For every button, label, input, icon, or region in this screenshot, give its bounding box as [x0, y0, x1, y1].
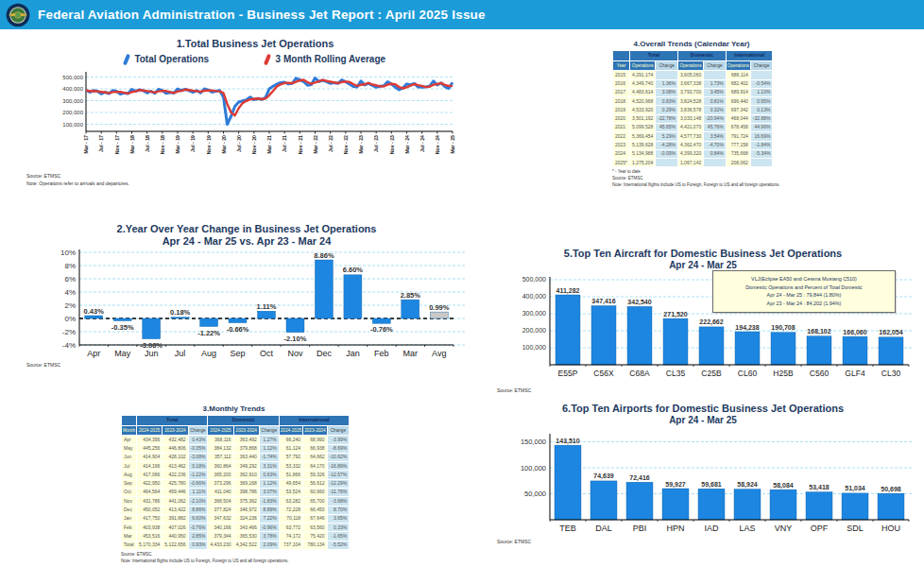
table-cell: 5,139,628 [630, 141, 656, 149]
table-cell: 4,520,968 [630, 97, 656, 106]
category-label: TEB [559, 524, 576, 533]
svg-text:Jul - 24: Jul - 24 [419, 135, 425, 152]
column-header: 2023-2024 [233, 426, 259, 436]
svg-text:400,000: 400,000 [62, 86, 83, 92]
table-cell: 1.12% [259, 444, 279, 453]
table-cell: May [122, 444, 137, 453]
category-label: Mar [403, 349, 419, 358]
legend-rolling-average: 3 Month Rolling Average [265, 54, 385, 65]
category-label: CL30 [881, 369, 901, 378]
table-cell: Oct [122, 488, 137, 496]
bar [843, 336, 867, 365]
category-label: Jan [346, 349, 360, 358]
category-label: CL35 [666, 369, 686, 378]
column-header: Month [122, 426, 137, 436]
bar-value-label: 190,708 [771, 324, 795, 332]
bar [402, 300, 419, 318]
bar-value-label: 59,681 [701, 481, 722, 489]
svg-text:Mar - 20: Mar - 20 [221, 135, 227, 154]
bar-value-label: 166,060 [843, 329, 866, 336]
table-cell: 75,420 [303, 532, 327, 541]
svg-text:6%: 6% [64, 275, 76, 284]
monthly-trends-table: TotalDomesticInternationalMonth2024-2025… [121, 415, 350, 550]
table-cell: 0.29% [656, 106, 678, 114]
table-cell: 3,793,700 [677, 88, 703, 96]
group-header: International [279, 416, 349, 426]
table-cell: 422,236 [163, 471, 188, 479]
svg-text:Mar - 21: Mar - 21 [266, 135, 272, 154]
table-cell: 7.22% [259, 514, 279, 523]
bar [430, 312, 448, 318]
table-cell: 0.13% [750, 106, 773, 114]
table-cell: 64,662 [303, 453, 327, 461]
bar-value-label: 72,416 [629, 474, 650, 482]
bar-value-label: 143,510 [556, 438, 579, 445]
category-label: HOU [881, 524, 900, 533]
category-label: Jun [145, 349, 159, 358]
table-cell: 379,344 [208, 532, 233, 541]
table-cell: 459,446 [163, 488, 188, 496]
category-label: C25B [701, 369, 722, 378]
table-row: Total5,170,3345,122,6560.93%4,433,2304,3… [122, 541, 350, 549]
table3-footnotes: Source: ETMSC Note: International flight… [121, 552, 347, 565]
table-cell: 63,282 [279, 497, 302, 506]
table4-title: 4.Overall Trends (Calendar Year) [612, 40, 771, 48]
column-header: 2024-2025 [137, 426, 163, 436]
table-cell: -12.57% [327, 471, 350, 479]
category-label: IAD [704, 524, 719, 533]
table-cell: 696,440 [726, 97, 750, 106]
table-cell: 0.18% [188, 462, 208, 471]
table-cell: -0.96% [259, 524, 279, 532]
svg-text:Mar - 24: Mar - 24 [404, 135, 410, 154]
table-cell [750, 159, 773, 167]
bar [556, 295, 580, 365]
table-cell: Total [122, 541, 137, 549]
table-cell: 8.86% [188, 506, 208, 514]
category-label: Oct [260, 349, 274, 358]
table-cell: 3.45% [704, 88, 727, 96]
category-label: Nov [287, 349, 303, 358]
table-cell: 3.07% [259, 488, 279, 496]
category-label: C56X [593, 369, 614, 378]
category-label: E55P [558, 369, 578, 378]
bar-value-label: 0.18% [170, 308, 191, 317]
chart1-footnote: Source: ETMSC Note: Operations refer to … [26, 172, 129, 187]
table-cell: 2017 [613, 88, 630, 96]
svg-text:Jul - 18: Jul - 18 [145, 135, 150, 152]
table-cell: 347,632 [208, 514, 233, 523]
table-cell: 417,750 [137, 514, 163, 523]
bar-value-label: 347,416 [591, 298, 615, 305]
chart-top-aircraft: 5.Top Ten Aircraft for Domestic Business… [489, 248, 916, 393]
table-cell: 413,422 [163, 506, 188, 514]
table-cell: 422,950 [137, 479, 163, 488]
svg-text:Mar - 19: Mar - 19 [175, 135, 180, 154]
table-cell: Jan [122, 514, 137, 523]
table-cell: 45.76% [704, 123, 727, 131]
table-cell: 2018 [613, 97, 630, 106]
svg-text:Jul - 17: Jul - 17 [98, 135, 104, 152]
table-cell: -3.99% [327, 436, 350, 444]
bar-value-label: -1.22% [197, 329, 220, 337]
category-label: SDL [847, 524, 864, 533]
svg-text:Nov - 17: Nov - 17 [114, 135, 120, 154]
table-cell: 450,052 [137, 506, 163, 514]
table-cell: Apr [122, 436, 137, 444]
column-header: Change [259, 426, 279, 436]
table-cell: 689,914 [726, 88, 750, 96]
category-label: Dec [317, 349, 333, 358]
table-cell: 2021 [613, 123, 630, 131]
table-cell: 0.33% [327, 524, 350, 532]
column-header: Operations [630, 61, 656, 71]
svg-text:2%: 2% [64, 301, 76, 310]
table-cell: 4,533,920 [630, 106, 656, 114]
table-cell: 4,433,230 [208, 541, 233, 549]
bar-value-label: 58,924 [737, 481, 758, 489]
svg-text:Mar - 25: Mar - 25 [450, 135, 455, 154]
column-header: Operations [726, 61, 750, 71]
bar-chart-canvas: 50,000100,000150,000143,510TEB74,639DAL7… [489, 425, 916, 542]
chart2-subtitle: Apr 24 - Mar 25 vs. Apr 23 - Mar 24 [21, 235, 472, 248]
table-cell: 64,170 [303, 462, 327, 471]
table-cell: 373,296 [208, 479, 233, 488]
table-row: 20245,134,988-0.09%4,399,3200.84%735,668… [613, 149, 773, 158]
table-cell: 777,158 [726, 141, 750, 149]
